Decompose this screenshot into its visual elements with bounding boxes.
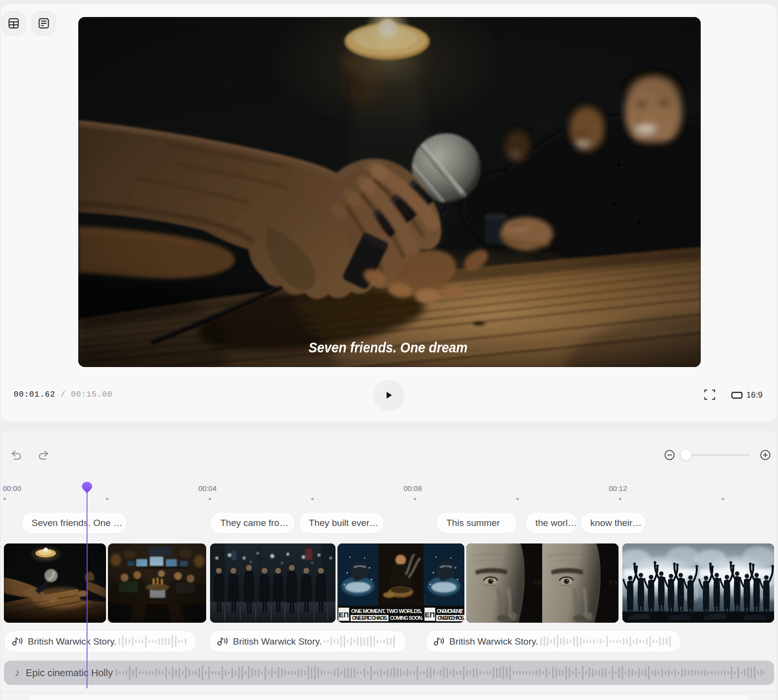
svg-text:Seven friends. One dream: Seven friends. One dream [309,339,468,355]
svg-text:ΕΠ: ΕΠ [425,611,435,619]
svg-text:ONE EPIC CHAOS.: ONE EPIC CHAOS. [352,615,388,621]
svg-text:COMING SOON.: COMING SOON. [390,615,423,621]
svg-text:ONE MOMENT, T: ONE MOMENT, T [437,608,463,614]
svg-text:ΕΠ: ΕΠ [339,611,349,619]
svg-text:ONE EPIC CHAOS: ONE EPIC CHAOS [438,615,464,621]
svg-text:ONE MOMENT, TWO WORLDS,: ONE MOMENT, TWO WORLDS, [351,608,422,614]
